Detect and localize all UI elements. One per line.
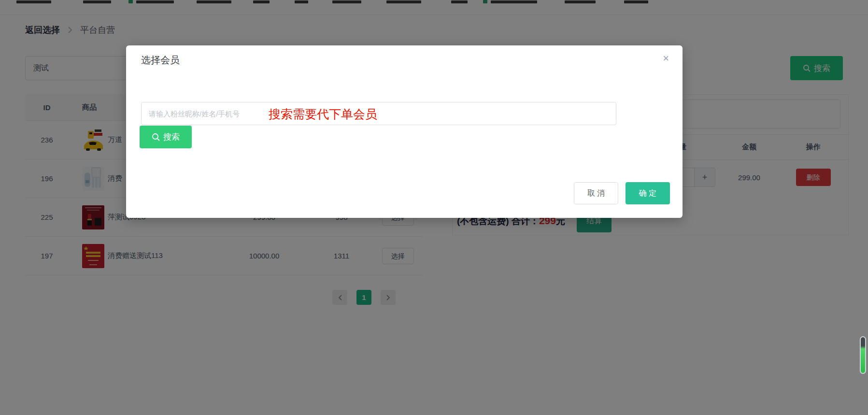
- modal-title: 选择会员: [141, 54, 180, 67]
- screen: 返回选择 平台自营 搜索 ID 商品 236: [0, 0, 868, 415]
- search-icon: [152, 133, 160, 141]
- cancel-button[interactable]: 取 消: [574, 182, 618, 204]
- confirm-button[interactable]: 确 定: [626, 182, 670, 204]
- annotation-text: 搜索需要代下单会员: [269, 106, 377, 122]
- modal-search-label: 搜索: [163, 131, 180, 143]
- member-search-input[interactable]: [141, 102, 616, 125]
- modal-search-button[interactable]: 搜索: [140, 126, 192, 148]
- select-member-modal: 选择会员 × 搜索需要代下单会员 搜索 取 消 确 定: [126, 45, 683, 218]
- close-icon[interactable]: ×: [663, 53, 669, 64]
- scrollbar-thumb[interactable]: [860, 336, 866, 374]
